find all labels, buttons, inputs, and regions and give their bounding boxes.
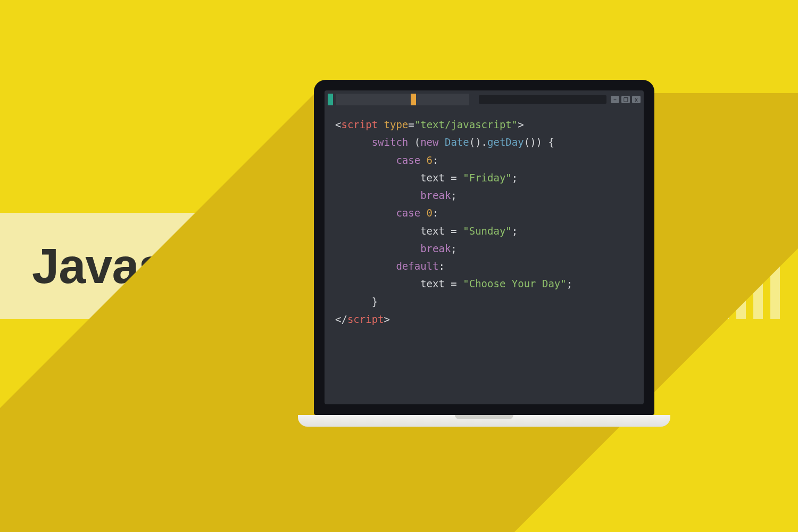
code-token: " [560, 278, 566, 289]
code-token: new [420, 136, 438, 148]
code-token [420, 154, 426, 166]
code-token: = [408, 119, 414, 130]
code-token: > [384, 313, 390, 325]
code-token: Friday [469, 172, 506, 184]
code-token: 6 [427, 154, 433, 166]
maximize-button[interactable]: ❐ [621, 96, 630, 103]
code-token [420, 207, 426, 219]
window-controls: – ❐ x [611, 96, 641, 103]
code-token: : [433, 207, 438, 219]
code-token: default [396, 260, 438, 272]
code-token: > [518, 119, 523, 130]
code-token: = [445, 278, 463, 289]
code-token: text [420, 278, 445, 289]
code-token: getDay [487, 136, 524, 148]
code-token: " [512, 119, 518, 130]
code-block: <script type="text/javascript"> switch (… [335, 116, 638, 328]
code-token: ; [451, 243, 456, 254]
window-titlebar: – ❐ x [328, 94, 641, 105]
code-token: : [438, 260, 444, 272]
code-token: " [414, 119, 420, 130]
code-token: Sunday [469, 225, 506, 237]
editor-screen: – ❐ x <script type="text/javascript"> sw… [325, 90, 644, 404]
tab-indicator [411, 94, 416, 105]
code-token: switch [372, 136, 409, 148]
code-token: ; [512, 172, 518, 184]
code-token: case [396, 154, 420, 166]
code-token [378, 119, 384, 130]
minimize-button[interactable]: – [611, 96, 619, 103]
laptop-base [298, 415, 670, 427]
address-field[interactable] [479, 95, 606, 104]
code-token: = [445, 172, 463, 184]
laptop-bezel: – ❐ x <script type="text/javascript"> sw… [314, 80, 654, 415]
code-token: ; [512, 225, 518, 237]
code-token: </ [335, 313, 347, 325]
code-token: " [463, 172, 469, 184]
close-button[interactable]: x [632, 96, 641, 103]
code-token: script [341, 119, 378, 130]
code-token: ()) { [524, 136, 554, 148]
code-token: type [384, 119, 409, 130]
code-token: break [420, 243, 451, 254]
code-token: ; [567, 278, 572, 289]
code-token: < [335, 119, 341, 130]
code-token: " [463, 278, 469, 289]
code-token: Choose Your Day [469, 278, 561, 289]
code-token: : [433, 154, 438, 166]
code-token: 0 [427, 207, 433, 219]
code-token: } [372, 296, 378, 307]
code-token: script [347, 313, 384, 325]
tab[interactable] [416, 94, 469, 105]
code-token: text [420, 225, 445, 237]
code-token [439, 136, 445, 148]
code-token: text/javascript [420, 119, 512, 130]
code-token: " [505, 172, 511, 184]
code-token: Date [445, 136, 469, 148]
code-token: = [445, 225, 463, 237]
code-token: " [505, 225, 511, 237]
tab-active-indicator [328, 94, 333, 105]
code-token: case [396, 207, 420, 219]
code-token: ( [408, 136, 420, 148]
code-token: ; [451, 189, 456, 201]
tab[interactable] [336, 94, 411, 105]
code-token: " [463, 225, 469, 237]
code-token: text [420, 172, 445, 184]
laptop: – ❐ x <script type="text/javascript"> sw… [314, 80, 654, 427]
code-token: break [420, 189, 451, 201]
code-token: (). [469, 136, 487, 148]
